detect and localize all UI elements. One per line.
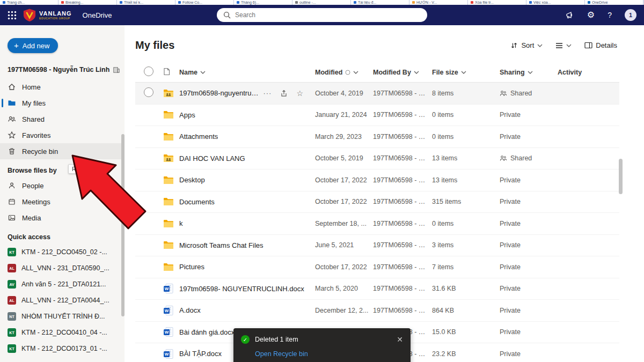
favorite-star-icon[interactable]: ☆ [296, 89, 303, 98]
file-name[interactable]: Attachments [179, 132, 218, 141]
file-type-column-icon[interactable] [163, 68, 170, 76]
browser-tab[interactable]: HƯỚN - V... [409, 0, 468, 5]
browser-tab[interactable]: Follow Co... [175, 0, 234, 5]
browser-tab[interactable]: Trang ch... [0, 0, 58, 5]
table-row[interactable]: W Desktop ··· ☆ October 17, 202 [135, 169, 619, 191]
table-row[interactable]: W Documents ··· ☆ October 17, 2 [135, 191, 619, 213]
more-actions-icon[interactable]: ··· [263, 89, 272, 97]
browser-tab[interactable]: Tháng 6)... [234, 0, 292, 5]
file-name[interactable]: Pictures [179, 263, 204, 271]
sharing-status[interactable]: Private [500, 198, 558, 205]
sharing-status[interactable]: Private [500, 307, 558, 314]
column-activity[interactable]: Activity [558, 69, 619, 76]
sidebar-item-meetings[interactable]: Meetings [0, 194, 125, 210]
sort-button[interactable]: Sort [510, 41, 543, 49]
table-row[interactable]: W Pictures ··· ☆ October 17, 20 [135, 256, 619, 278]
share-icon[interactable] [280, 90, 288, 97]
sidebar-item-home[interactable]: Home [0, 79, 125, 95]
account-name[interactable]: 197TM06598 - Nguyễn Trúc Linh [8, 66, 119, 73]
open-recycle-bin-link[interactable]: Open Recycle bin [255, 350, 403, 358]
sidebar-scrollbar[interactable] [121, 134, 125, 316]
file-name[interactable]: k [179, 219, 183, 227]
file-name[interactable]: Microsoft Teams Chat Files [179, 241, 264, 249]
sidebar-item-favorites[interactable]: Favorites [0, 127, 125, 143]
details-button[interactable]: Details [584, 41, 617, 49]
file-name[interactable]: Bài đánh giá.docx [179, 328, 235, 336]
select-all-checkbox[interactable] [144, 67, 153, 76]
modified-by[interactable]: 197TM06598 - Ngu [373, 90, 432, 97]
quick-access-item[interactable]: KT KTM - 212_DCO0173_01 -... [0, 341, 125, 357]
file-name[interactable]: 197tm06598- NGUYENTRUCLINH.docx [179, 285, 304, 293]
add-new-button[interactable]: + Add new [8, 38, 58, 53]
sharing-status[interactable]: Private [500, 133, 558, 141]
table-row[interactable]: W A.docx ··· ☆ December 12, 2.. [135, 300, 619, 322]
browser-tab[interactable]: OneDrive [585, 0, 643, 5]
settings-gear-icon[interactable]: ⚙ [587, 11, 595, 19]
sharing-status[interactable]: Private [500, 176, 558, 184]
quick-access-item[interactable]: AV Anh văn 5 - 221_DTA0121... [0, 276, 125, 292]
toast-close-icon[interactable]: ✕ [397, 335, 403, 344]
main-scrollbar[interactable] [619, 159, 623, 194]
column-name[interactable]: Name [179, 69, 315, 76]
quick-access-item[interactable]: NT NHÓM THUYẾT TRÌNH Đ... [0, 308, 125, 324]
browser-tab[interactable]: Breaking... [58, 0, 117, 5]
table-row[interactable]: W DAI HOC VAN LANG ··· ☆ Octobe [135, 148, 619, 170]
sharing-status[interactable]: Shared [500, 154, 558, 162]
column-modified[interactable]: Modified [315, 69, 373, 76]
table-row[interactable]: W Attachments ··· ☆ March 29, 2 [135, 126, 619, 148]
file-name[interactable]: 197tm06598-nguyentruclinh [179, 89, 260, 97]
sidebar-item-shared[interactable]: Shared [0, 111, 125, 127]
sharing-status[interactable]: Private [500, 263, 558, 271]
file-name[interactable]: BÀI TẬP.docx [179, 350, 222, 358]
sharing-status[interactable]: Private [500, 220, 558, 227]
browser-tab[interactable]: Thiết kế k... [117, 0, 175, 5]
table-row[interactable]: W 197tm06598- NGUYENTRUCLINH.docx ··· ☆ [135, 278, 619, 300]
app-launcher-icon[interactable] [8, 11, 17, 20]
file-name[interactable]: A.docx [179, 306, 201, 314]
help-icon[interactable]: ? [608, 11, 612, 19]
quick-access-item[interactable]: AL ALL_VNN - 212_DTA0044_... [0, 292, 125, 308]
quick-access-item[interactable]: KT KTM - 212_DCO0450_02 -... [0, 244, 125, 260]
browser-tab[interactable]: Tài liệu đ... [351, 0, 409, 5]
view-options-button[interactable] [555, 42, 572, 49]
quick-access-item[interactable]: AL ALL_VNN - 231_DTA0590_... [0, 260, 125, 276]
column-file-size[interactable]: File size [432, 69, 500, 76]
row-checkbox[interactable] [144, 87, 153, 97]
file-name[interactable]: DAI HOC VAN LANG [179, 154, 245, 162]
table-row[interactable]: W Apps ··· ☆ January 21, 2024 [135, 105, 619, 127]
browser-tab[interactable]: outline -... [292, 0, 351, 5]
sidebar-item-recycle-bin[interactable]: Recycle bin [0, 143, 125, 159]
file-name[interactable]: Desktop [179, 176, 205, 184]
sidebar-item-people[interactable]: People [0, 178, 125, 194]
search-bar[interactable] [217, 8, 427, 22]
modified-by[interactable]: 197TM06598 - Ngu [373, 111, 432, 119]
browser-tab[interactable]: Xóa file tr... [468, 0, 526, 5]
sharing-status[interactable]: Private [500, 111, 558, 119]
modified-by[interactable]: 197TM06598 - Ngu [373, 176, 432, 184]
table-row[interactable]: W k ··· ☆ September 18, ... [135, 213, 619, 235]
account-avatar[interactable]: 1 [625, 9, 636, 21]
column-sharing[interactable]: Sharing [500, 69, 558, 76]
modified-by[interactable]: 197TM06598 - Ngu [373, 198, 432, 205]
modified-by[interactable]: 197TM06598 - Ngu [373, 285, 432, 292]
file-name[interactable]: Documents [179, 198, 215, 206]
browser-tab[interactable]: Việc xóa... [526, 0, 585, 5]
modified-by[interactable]: 197TM06598 - Ngu [373, 133, 432, 141]
table-row[interactable]: W Microsoft Teams Chat Files ··· ☆ [135, 235, 619, 257]
table-row[interactable]: W 197tm06598-nguyentruclinh ··· ☆ [135, 83, 619, 105]
sharing-status[interactable]: Private [500, 285, 558, 292]
quick-access-item[interactable]: KT KTM - 212_DCO0410_04 -... [0, 324, 125, 341]
modified-by[interactable]: 197TM06598 - Ngu [373, 220, 432, 227]
file-name[interactable]: Apps [179, 111, 195, 119]
sharing-status[interactable]: Private [500, 241, 558, 249]
sharing-status[interactable]: Private [500, 350, 558, 358]
megaphone-icon[interactable] [566, 11, 574, 19]
modified-by[interactable]: 197TM06598 - Ngu [373, 307, 432, 314]
search-input[interactable] [235, 11, 421, 19]
modified-by[interactable]: 197TM06598 - Ngu [373, 241, 432, 249]
sharing-status[interactable]: Shared [500, 90, 558, 97]
sidebar-item-my-files[interactable]: My files [0, 95, 125, 111]
sharing-status[interactable]: Private [500, 328, 558, 336]
modified-by[interactable]: 197TM06598 - Ngu [373, 154, 432, 162]
modified-by[interactable]: 197TM06598 - Ngu [373, 263, 432, 271]
